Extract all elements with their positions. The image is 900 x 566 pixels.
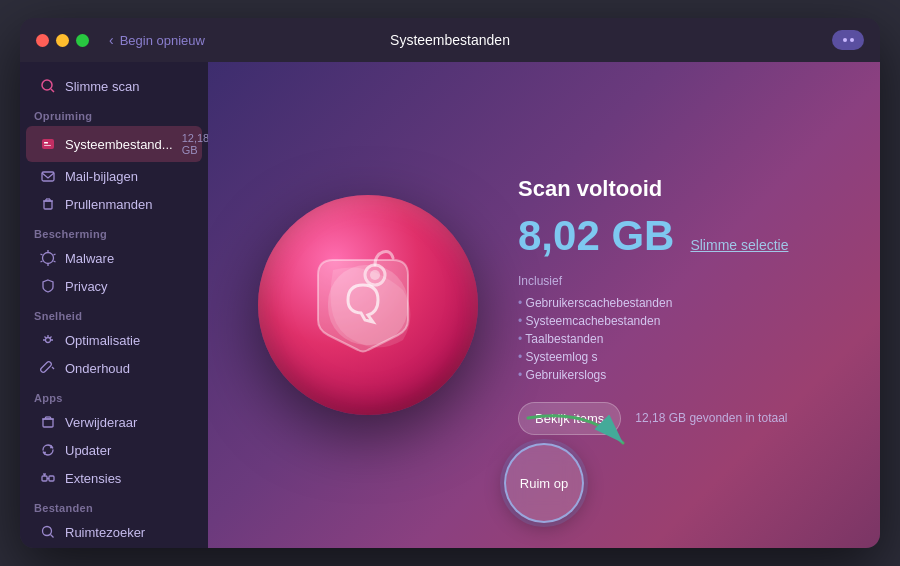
- svg-point-35: [43, 527, 52, 536]
- svg-point-0: [42, 80, 52, 90]
- dot-icon: [843, 38, 847, 42]
- updater-icon: [40, 442, 56, 458]
- slimme-selectie-link[interactable]: Slimme selectie: [690, 237, 788, 253]
- svg-line-24: [52, 367, 54, 369]
- content-area: Scan voltooid 8,02 GB Slimme selectie In…: [208, 62, 880, 548]
- sidebar-section-bestanden: Bestanden: [20, 492, 208, 518]
- titlebar: ‹ Begin opnieuw Systeembestanden: [20, 18, 880, 62]
- sidebar-item-label: Onderhoud: [65, 361, 130, 376]
- svg-line-15: [41, 254, 43, 255]
- more-options-button[interactable]: [832, 30, 864, 50]
- svg-point-44: [370, 270, 380, 280]
- sidebar-item-optimalisatie[interactable]: Optimalisatie: [26, 326, 202, 354]
- privacy-icon: [40, 278, 56, 294]
- sidebar-item-slimme-scan[interactable]: Slimme scan: [26, 72, 202, 100]
- back-chevron-icon: ‹: [109, 32, 114, 48]
- malware-icon: [40, 250, 56, 266]
- inclusief-list: Gebruikerscachebestanden Systeemcachebes…: [518, 294, 850, 384]
- svg-line-36: [51, 535, 54, 538]
- mail-icon: [40, 168, 56, 184]
- svg-rect-4: [44, 145, 51, 146]
- svg-rect-3: [44, 142, 48, 144]
- sidebar-section-apps: Apps: [20, 382, 208, 408]
- svg-rect-30: [42, 476, 47, 481]
- svg-line-14: [54, 261, 56, 262]
- sidebar-item-label: Updater: [65, 443, 111, 458]
- list-item: Systeemlog s: [518, 348, 850, 366]
- app-sphere: [258, 195, 478, 415]
- svg-rect-6: [44, 201, 52, 209]
- sidebar-item-groot-en-oud[interactable]: Groot en oud: [26, 546, 202, 548]
- traffic-lights: [36, 34, 89, 47]
- scan-complete-title: Scan voltooid: [518, 176, 850, 202]
- svg-point-11: [43, 253, 54, 264]
- list-item: Gebruikerscachebestanden: [518, 294, 850, 312]
- sidebar-item-extensies[interactable]: Extensies: [26, 464, 202, 492]
- svg-point-23: [46, 338, 51, 343]
- sidebar-item-systeembestanden[interactable]: Systeembestand... 12,18 GB: [26, 126, 202, 162]
- cleaner-icon: [303, 240, 433, 370]
- sidebar-section-opruiming: Opruiming: [20, 100, 208, 126]
- sidebar: Slimme scan Opruiming Systeembestand... …: [20, 62, 208, 548]
- svg-rect-2: [42, 139, 54, 149]
- list-item: Systeemcachebestanden: [518, 312, 850, 330]
- sidebar-item-updater[interactable]: Updater: [26, 436, 202, 464]
- minimize-button[interactable]: [56, 34, 69, 47]
- sidebar-item-label: Extensies: [65, 471, 121, 486]
- sidebar-item-privacy[interactable]: Privacy: [26, 272, 202, 300]
- scan-icon: [40, 78, 56, 94]
- main-window: ‹ Begin opnieuw Systeembestanden Slimme …: [20, 18, 880, 548]
- sidebar-item-label: Ruimtezoeker: [65, 525, 145, 540]
- sidebar-item-label: Systeembestand...: [65, 137, 173, 152]
- svg-rect-5: [42, 172, 54, 181]
- maximize-button[interactable]: [76, 34, 89, 47]
- sidebar-item-onderhoud[interactable]: Onderhoud: [26, 354, 202, 382]
- svg-line-13: [54, 254, 56, 255]
- size-value: 8,02 GB: [518, 212, 674, 260]
- dot-icon: [850, 38, 854, 42]
- close-button[interactable]: [36, 34, 49, 47]
- back-navigation[interactable]: ‹ Begin opnieuw: [109, 32, 205, 48]
- svg-line-1: [51, 89, 54, 92]
- sidebar-item-label: Verwijderaar: [65, 415, 137, 430]
- sidebar-item-ruimtezoeker[interactable]: Ruimtezoeker: [26, 518, 202, 546]
- onderhoud-icon: [40, 360, 56, 376]
- list-item: Taalbestanden: [518, 330, 850, 348]
- sidebar-item-label: Malware: [65, 251, 114, 266]
- svg-line-16: [41, 261, 43, 262]
- sidebar-badge: 12,18 GB: [182, 132, 208, 156]
- inclusief-label: Inclusief: [518, 274, 850, 288]
- sidebar-item-label: Slimme scan: [65, 79, 139, 94]
- verwijderaar-icon: [40, 414, 56, 430]
- sidebar-item-label: Privacy: [65, 279, 108, 294]
- sidebar-item-label: Optimalisatie: [65, 333, 140, 348]
- found-label: 12,18 GB gevonden in totaal: [635, 411, 787, 425]
- window-title: Systeembestanden: [390, 32, 510, 48]
- back-button[interactable]: Begin opnieuw: [120, 33, 205, 48]
- optimalisatie-icon: [40, 332, 56, 348]
- svg-rect-31: [49, 476, 54, 481]
- extensies-icon: [40, 470, 56, 486]
- sidebar-section-bescherming: Bescherming: [20, 218, 208, 244]
- svg-rect-25: [43, 419, 53, 427]
- sidebar-item-verwijderaar[interactable]: Verwijderaar: [26, 408, 202, 436]
- sidebar-item-label: Mail-bijlagen: [65, 169, 138, 184]
- main-content: Slimme scan Opruiming Systeembestand... …: [20, 62, 880, 548]
- sidebar-item-label: Prullenmanden: [65, 197, 152, 212]
- sidebar-item-prullenmanden[interactable]: Prullenmanden: [26, 190, 202, 218]
- sidebar-item-mail-bijlagen[interactable]: Mail-bijlagen: [26, 162, 202, 190]
- systeembestanden-icon: [40, 136, 56, 152]
- sidebar-item-malware[interactable]: Malware: [26, 244, 202, 272]
- ruimtezoeker-icon: [40, 524, 56, 540]
- trash-icon: [40, 196, 56, 212]
- list-item: Gebruikerslogs: [518, 366, 850, 384]
- cleanup-button[interactable]: Ruim op: [504, 443, 584, 523]
- sidebar-section-snelheid: Snelheid: [20, 300, 208, 326]
- info-panel: Scan voltooid 8,02 GB Slimme selectie In…: [478, 176, 850, 435]
